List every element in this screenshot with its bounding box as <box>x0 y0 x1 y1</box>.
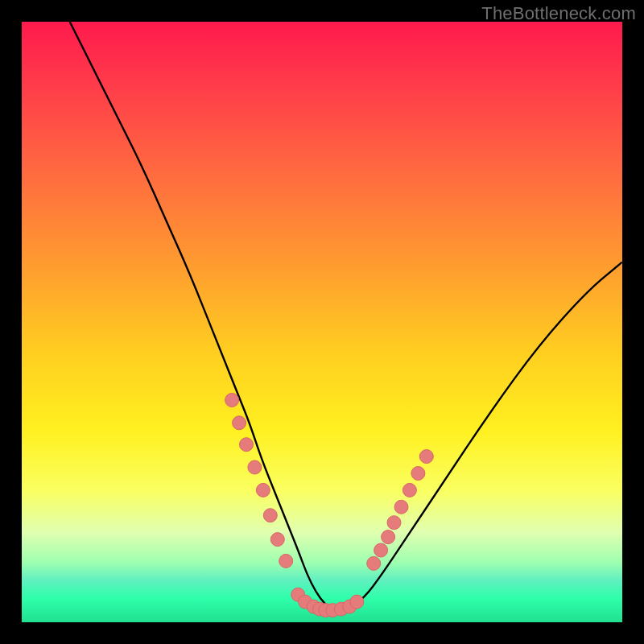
bottleneck-chart-svg <box>22 22 622 622</box>
chart-gradient-area <box>22 22 622 622</box>
highlight-marker <box>387 516 401 530</box>
highlight-marker <box>279 554 293 568</box>
highlight-marker <box>402 483 416 497</box>
highlight-marker <box>394 500 408 514</box>
highlight-marker <box>225 394 239 407</box>
bottleneck-curve-path <box>70 22 622 610</box>
highlight-markers-group <box>225 394 434 617</box>
highlight-marker <box>350 595 364 609</box>
highlight-marker <box>374 543 388 557</box>
highlight-marker <box>263 509 277 522</box>
highlight-marker <box>240 438 254 452</box>
highlight-marker <box>411 467 425 481</box>
highlight-marker <box>233 416 246 430</box>
highlight-marker <box>419 450 433 464</box>
highlight-marker <box>270 533 284 547</box>
highlight-marker <box>382 530 395 544</box>
highlight-marker <box>248 460 262 474</box>
highlight-marker <box>256 483 270 497</box>
highlight-marker <box>367 556 381 570</box>
